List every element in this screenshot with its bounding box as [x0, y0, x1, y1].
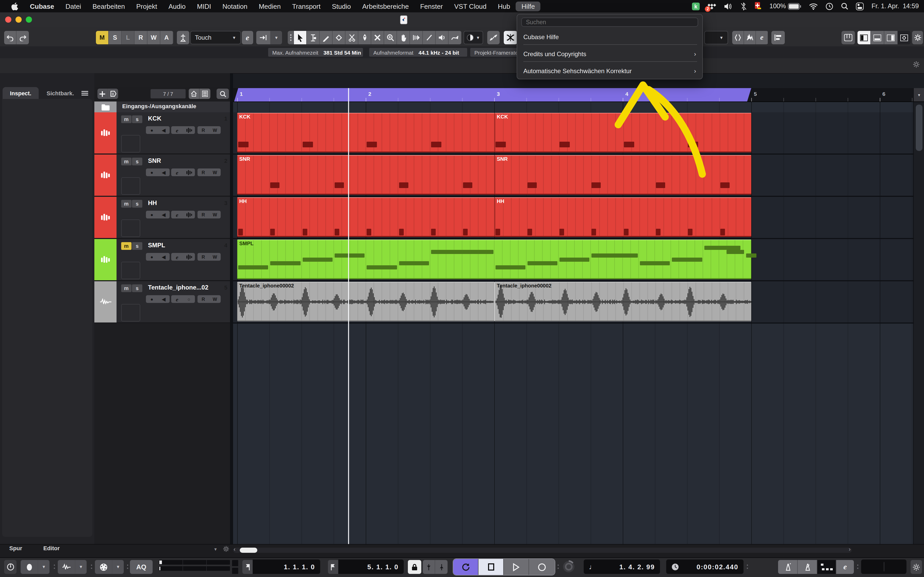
volume-icon[interactable]	[724, 3, 733, 10]
home-view-button[interactable]	[189, 89, 200, 99]
edit-instrument-group[interactable]: e	[171, 126, 195, 134]
read-write-group[interactable]: RW	[197, 295, 221, 303]
jog-wheel-icon[interactable]	[562, 560, 575, 574]
edit-instrument-group[interactable]: e	[171, 211, 195, 218]
zone-setup-button[interactable]	[898, 31, 911, 44]
metronome-click-button[interactable]	[778, 560, 798, 574]
track-row-smpl[interactable]: 4msSMPL●◀eRW	[94, 239, 230, 281]
track-visibility-list-button[interactable]	[200, 89, 210, 99]
arrange-row-kck[interactable]: KCKKCK	[233, 112, 913, 155]
autoscroll-options-button[interactable]: ▼	[271, 31, 282, 44]
redo-button[interactable]	[16, 31, 29, 44]
add-track-button[interactable]	[97, 89, 108, 99]
mute-button[interactable]: m	[121, 158, 131, 165]
global-automation-s[interactable]: S	[109, 31, 122, 44]
punch-in-button[interactable]	[423, 560, 435, 574]
help-search-input[interactable]	[521, 18, 698, 27]
bluetooth-off-icon[interactable]	[741, 2, 747, 10]
tab-inspector[interactable]: Inspect.	[3, 87, 39, 99]
project-cursor[interactable]	[348, 88, 349, 544]
align-button[interactable]	[771, 31, 785, 44]
record-mode-button[interactable]: ▼	[21, 560, 50, 574]
menubar-item-projekt[interactable]: Projekt	[131, 1, 163, 11]
tool-line-icon[interactable]	[423, 31, 436, 44]
auto-quantize-button[interactable]: AQ	[130, 560, 153, 574]
solo-button[interactable]: s	[132, 200, 142, 208]
arrange-row-smpl[interactable]: SMPL	[233, 239, 913, 281]
menubar-item-medien[interactable]: Medien	[253, 1, 286, 11]
midi-clip-kck[interactable]: KCK	[237, 113, 494, 153]
ruler-options-button[interactable]: ▼	[914, 88, 924, 102]
midi-clip-snr[interactable]: SNR	[494, 155, 751, 195]
solo-button[interactable]: s	[132, 284, 142, 292]
tool-glue-icon[interactable]	[359, 31, 371, 44]
menubar-item-midi[interactable]: MIDI	[191, 1, 217, 11]
read-write-group[interactable]: RW	[197, 253, 221, 261]
midi-clip-kck[interactable]: KCK	[494, 113, 751, 153]
swiss-flag-icon[interactable]	[754, 2, 762, 10]
track-row-snr[interactable]: 2msSNR●◀eRW	[94, 155, 230, 196]
color-menu-button[interactable]: ▼	[464, 31, 483, 44]
secondary-time-display[interactable]: 0:00:02.440	[666, 559, 743, 574]
tracklist-zoom-menu-icon[interactable]: ▼	[213, 547, 218, 552]
menubar-clock[interactable]: Fr. 1. Apr. 14:59	[872, 3, 919, 10]
menubar-item-datei[interactable]: Datei	[60, 1, 87, 11]
autoscroll-button[interactable]	[256, 31, 271, 44]
record-monitor-group[interactable]: ●◀	[146, 253, 170, 261]
left-zone-toggle[interactable]	[858, 31, 871, 44]
grid-type-select[interactable]: ▼	[704, 31, 728, 44]
read-write-group[interactable]: RW	[197, 211, 221, 218]
solo-button[interactable]: s	[132, 115, 142, 123]
control-center-icon[interactable]	[856, 2, 864, 10]
global-automation-l[interactable]: L	[122, 31, 134, 44]
tool-object-selection-icon[interactable]	[294, 31, 307, 44]
close-button[interactable]	[5, 16, 11, 23]
tool-draw-icon[interactable]	[320, 31, 333, 44]
global-automation-m[interactable]: M	[96, 31, 109, 44]
audio-record-mode-button[interactable]: ▼	[58, 560, 87, 574]
tool-split-icon[interactable]	[346, 31, 359, 44]
global-automation-r[interactable]: R	[134, 31, 147, 44]
click-pattern-widget[interactable]	[817, 560, 836, 574]
tracklist-settings-gear-icon[interactable]	[223, 546, 229, 552]
automation-panel-button[interactable]	[177, 31, 189, 44]
mute-button[interactable]: m	[121, 284, 131, 292]
io-channels-folder-row[interactable]: Eingangs-/Ausgangskanäle	[94, 102, 230, 113]
time-machine-icon[interactable]	[826, 2, 834, 10]
punch-out-button[interactable]	[435, 560, 447, 574]
apple-menu-icon[interactable]	[5, 2, 24, 10]
tool-range-icon[interactable]	[307, 31, 320, 44]
quantize-edit-button[interactable]: e	[756, 31, 768, 44]
midi-clip-hh[interactable]: HH	[237, 197, 494, 237]
help-menu-item-2[interactable]: Credits und Copyrights›	[517, 48, 702, 60]
audition-feedback-button[interactable]	[744, 31, 756, 44]
stop-button[interactable]	[478, 559, 504, 575]
arrange-row-tentacle_iphone-02[interactable]: Tentacle_iphone00002Tentacle_iphone00002	[233, 281, 913, 324]
mute-button[interactable]: m	[121, 242, 131, 250]
track-row-hh[interactable]: 3msHH●◀eRW	[94, 197, 230, 239]
menubar-item-hub[interactable]: Hub	[492, 1, 516, 11]
tab-spur[interactable]: Spur	[9, 545, 22, 551]
record-monitor-group[interactable]: ●◀	[146, 126, 170, 134]
midi-record-mode-button[interactable]: ▼	[95, 560, 124, 574]
tool-mute-icon[interactable]	[371, 31, 384, 44]
track-preset-button[interactable]	[108, 89, 118, 99]
record-monitor-group[interactable]: ●◀	[146, 211, 170, 218]
audio-event-tentacle_iphone-02[interactable]: Tentacle_iphone00002	[237, 282, 494, 321]
snap-button[interactable]	[732, 31, 744, 44]
locator-lock-button[interactable]	[408, 560, 421, 574]
performance-meter[interactable]	[159, 560, 230, 571]
track-row-tentacle_iphone-02[interactable]: 5msTentacle_iphone...02●◀e○RW	[94, 281, 230, 323]
meter-option-boxes[interactable]	[232, 560, 238, 574]
wifi-icon[interactable]	[809, 3, 818, 10]
track-search-button[interactable]	[216, 89, 229, 99]
automation-mode-select[interactable]: Touch▼	[190, 31, 241, 44]
edit-instrument-group[interactable]: e○	[171, 295, 195, 303]
solo-button[interactable]: s	[132, 242, 142, 250]
menubar-item-fenster[interactable]: Fenster	[415, 1, 449, 11]
play-button[interactable]	[504, 559, 529, 575]
horizontal-scrollbar[interactable]	[233, 548, 852, 553]
keka-icon[interactable]: k	[692, 2, 700, 10]
menubar-item-cubase[interactable]: Cubase	[24, 1, 60, 11]
scroll-left-icon[interactable]: ‹	[234, 546, 235, 552]
